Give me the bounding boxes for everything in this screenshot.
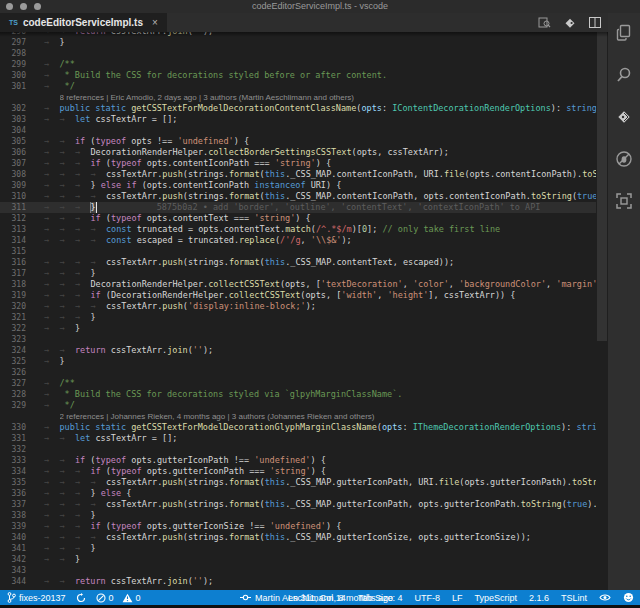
code-line[interactable]: 314→→→→const escaped = truncated.replace… [0,235,596,246]
eol-status[interactable]: LF [452,593,463,603]
code-text: →→→→cssTextArr.push(strings.format(this.… [44,532,531,543]
code-line[interactable]: 313→→→→const truncated = opts.contentTex… [0,224,596,235]
cursor-position-status[interactable]: Ln 311, Col 14 [288,593,346,603]
code-line[interactable]: 317→→→} [0,268,596,279]
code-line[interactable]: 336→→→} else { [0,488,596,499]
split-editor-icon[interactable] [589,17,601,28]
tab-whitespace-arrow: → [44,158,60,169]
code-line[interactable]: 335→→→→cssTextArr.push(strings.format(th… [0,477,596,488]
line-number: 323 [0,334,26,345]
encoding-status[interactable]: UTF-8 [414,593,440,603]
typescript-version-status[interactable]: 2.1.6 [529,593,549,603]
code-line[interactable]: 301→ */ [0,81,596,92]
code-line[interactable]: 300→ * Build the CSS for decorations sty… [0,70,596,81]
code-line[interactable]: 308→→→→cssTextArr.push(strings.format(th… [0,169,596,180]
code-text: → */ [44,81,75,92]
code-line[interactable]: 330→public static getCSSTextForModelDeco… [0,422,596,433]
line-number: 340 [0,532,26,543]
code-line[interactable]: 306→→→DecorationRenderHelper.collectBord… [0,147,596,158]
code-line[interactable]: 333→→if (typeof opts.gutterIconPath !== … [0,455,596,466]
tab-whitespace-arrow: → [44,136,60,147]
code-line[interactable]: 344→→return cssTextArr.join(''); [0,576,596,587]
tab-codeeditorserviceimpl[interactable]: TS codeEditorServiceImpl.ts × [0,13,167,32]
tab-whitespace-arrow: → [60,279,76,290]
codelens-row[interactable]: 8 references | Eric Amodio, 2 days ago |… [0,92,596,103]
open-preview-icon[interactable] [538,16,551,29]
codelens-row[interactable]: 2 references | Johannes Rieken, 4 months… [0,411,596,422]
line-number: 336 [0,488,26,499]
code-line[interactable]: 312→→→if (typeof opts.contentText === 's… [0,213,596,224]
tab-whitespace-arrow: → [44,257,60,268]
tab-whitespace-arrow: → [44,290,60,301]
code-line[interactable]: 304 [0,125,596,136]
code-line[interactable]: 327→/** [0,378,596,389]
git-branch-status[interactable]: fixes-20137 [7,592,66,603]
sidebar-item-explorer[interactable] [614,23,634,43]
tab-whitespace-arrow: → [44,213,60,224]
code-line[interactable]: 328→ * Build the CSS for decorations sty… [0,389,596,400]
tab-whitespace-arrow: → [60,576,76,587]
code-line[interactable]: 338→→→} [0,510,596,521]
code-text: →→→} [44,312,96,323]
feedback-button[interactable] [623,592,634,603]
codelens-text: 8 references | Eric Amodio, 2 days ago |… [60,92,355,103]
code-text: → * Build the CSS for decorations styled… [44,389,402,400]
gitlens-toggle-button[interactable] [599,593,611,602]
code-line[interactable]: 323 [0,334,596,345]
line-number: 319 [0,290,26,301]
problems-status[interactable]: 0 0 [96,593,141,603]
code-line[interactable]: 329→ */ [0,400,596,411]
editor[interactable]: 296→→return cssTextArr.join('');297→}298… [0,32,608,590]
code-line[interactable]: 299→/** [0,59,596,70]
tslint-status[interactable]: TSLint [561,593,587,603]
code-line[interactable]: 331→→let cssTextArr = []; [0,433,596,444]
code-text: →→return cssTextArr.join(''); [44,576,213,587]
code-line[interactable]: 340→→→→cssTextArr.push(strings.format(th… [0,532,596,543]
code-line[interactable]: 310→→→→cssTextArr.push(strings.format(th… [0,191,596,202]
tab-whitespace-arrow: → [44,422,60,433]
language-mode-status[interactable]: TypeScript [474,593,517,603]
code-line[interactable]: 316→→→→cssTextArr.push(strings.format(th… [0,257,596,268]
code-line[interactable]: 322→→} [0,323,596,334]
tab-whitespace-arrow: → [60,466,76,477]
code-line[interactable]: 334→→→if (typeof opts.gutterIconPath ===… [0,466,596,477]
sidebar-item-search[interactable] [614,65,634,85]
code-line[interactable]: 339→→→if (typeof opts.gutterIconSize !==… [0,521,596,532]
code-line[interactable]: 319→→→if (DecorationRenderHelper.collect… [0,290,596,301]
code-line[interactable]: 297→} [0,37,596,48]
sidebar-item-extensions[interactable] [614,191,634,211]
line-number: 337 [0,499,26,510]
code-line[interactable]: 307→→→if (typeof opts.contentIconPath ==… [0,158,596,169]
code-line[interactable]: 321→→→} [0,312,596,323]
code-line[interactable]: 325→} [0,356,596,367]
code-line[interactable]: 326 [0,367,596,378]
code-line[interactable]: 341→→→} [0,543,596,554]
code-line[interactable]: 343 [0,565,596,576]
code-line[interactable]: 311→→→}5875b0a2 • add 'border', 'outline… [0,202,596,213]
code-line[interactable]: 315 [0,246,596,257]
tab-whitespace-arrow: → [44,323,60,334]
line-number: 313 [0,224,26,235]
tab-whitespace-arrow: → [60,213,76,224]
vertical-scrollbar[interactable] [597,32,607,341]
code-line[interactable]: 342→→} [0,554,596,565]
code-line[interactable]: 303→→let cssTextArr = []; [0,114,596,125]
code-line[interactable]: 305→→if (typeof opts !== 'undefined') { [0,136,596,147]
code-line[interactable]: 324→→return cssTextArr.join(''); [0,345,596,356]
code-line[interactable]: 309→→→} else if (opts.contentIconPath in… [0,180,596,191]
code-line[interactable]: 337→→→→cssTextArr.push(strings.format(th… [0,499,596,510]
code-line[interactable]: 320→→→→cssTextArr.push('display:inline-b… [0,301,596,312]
source-control-icon [615,108,633,126]
sidebar-item-debug[interactable] [614,149,634,169]
sidebar-item-source-control[interactable] [614,107,634,127]
close-tab-icon[interactable]: × [152,17,158,28]
tab-label: codeEditorServiceImpl.ts [23,17,143,28]
sync-button[interactable] [76,593,86,603]
code-line[interactable]: 318→→→DecorationRenderHelper.collectCSST… [0,279,596,290]
line-number: 333 [0,455,26,466]
code-line[interactable]: 302→public static getCSSTextForModelDeco… [0,103,596,114]
tab-size-status[interactable]: Tab Size: 4 [358,593,403,603]
code-line[interactable]: 332 [0,444,596,455]
code-line[interactable]: 298 [0,48,596,59]
open-changes-icon[interactable] [564,17,576,29]
